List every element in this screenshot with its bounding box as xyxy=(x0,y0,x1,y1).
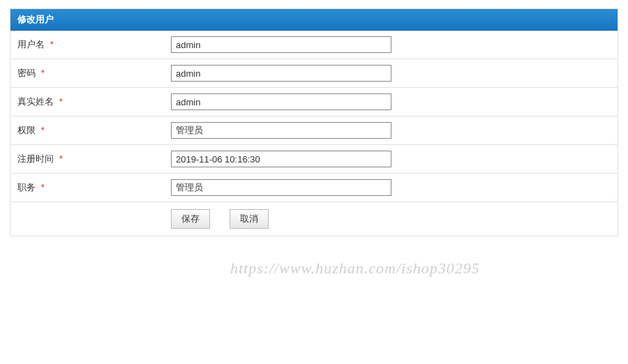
edit-user-panel: 修改用户 用户名 * 密码 * 真实姓名 * xyxy=(10,8,618,236)
row-regtime: 注册时间 * xyxy=(10,145,618,174)
row-buttons: 保存 取消 xyxy=(10,202,618,236)
required-marker: * xyxy=(50,39,54,50)
row-position: 职务 * xyxy=(10,174,618,202)
panel-title: 修改用户 xyxy=(10,9,618,31)
required-marker: * xyxy=(41,182,45,192)
row-role: 权限 * xyxy=(10,116,618,145)
save-button[interactable]: 保存 xyxy=(171,209,210,229)
row-username: 用户名 * xyxy=(10,31,618,59)
label-regtime: 注册时间 xyxy=(17,153,54,164)
label-realname: 真实姓名 xyxy=(17,96,54,107)
label-password: 密码 xyxy=(17,68,36,78)
required-marker: * xyxy=(59,153,63,164)
username-input[interactable] xyxy=(171,36,391,53)
label-role: 权限 xyxy=(17,125,36,135)
row-realname: 真实姓名 * xyxy=(10,88,618,116)
required-marker: * xyxy=(41,125,45,135)
required-marker: * xyxy=(41,68,45,78)
cancel-button[interactable]: 取消 xyxy=(230,209,269,229)
regtime-input[interactable] xyxy=(171,151,391,167)
required-marker: * xyxy=(59,96,63,107)
label-username: 用户名 xyxy=(17,39,45,50)
role-input[interactable] xyxy=(171,122,391,139)
row-password: 密码 * xyxy=(10,59,618,88)
form-table: 用户名 * 密码 * 真实姓名 * xyxy=(10,31,618,236)
label-position: 职务 xyxy=(17,182,36,192)
password-input[interactable] xyxy=(171,65,391,82)
position-input[interactable] xyxy=(171,179,391,196)
realname-input[interactable] xyxy=(171,93,391,110)
